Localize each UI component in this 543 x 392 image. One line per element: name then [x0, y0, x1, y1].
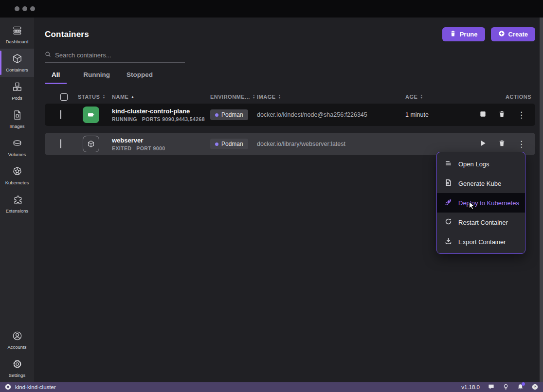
podman-dot-icon: [215, 143, 218, 146]
extensions-icon: [12, 194, 23, 206]
sidebar-label: Images: [9, 124, 24, 129]
images-icon: [12, 109, 23, 122]
logs-icon: [445, 160, 452, 168]
create-button[interactable]: Create: [491, 27, 535, 41]
delete-button[interactable]: [498, 110, 506, 120]
volumes-icon: [12, 138, 23, 150]
prune-button[interactable]: Prune: [442, 27, 485, 41]
row-checkbox[interactable]: [60, 110, 61, 119]
delete-button[interactable]: [498, 140, 506, 149]
sidebar-label: Extensions: [6, 208, 28, 214]
sidebar-label: Settings: [9, 373, 25, 378]
search-bar[interactable]: [45, 51, 185, 63]
cluster-icon: [5, 384, 11, 391]
statusbar: kind-kind-cluster v1.18.0 ?: [0, 382, 543, 392]
search-input[interactable]: [55, 52, 177, 59]
table-header: STATUS ▲▼ NAME ▲ ENVIRONME... ▲▼ IMAGE ▲…: [45, 90, 535, 104]
version-label: v1.18.0: [461, 384, 480, 390]
sidebar-item-settings[interactable]: Settings: [0, 354, 34, 382]
tab-bar: All Running Stopped: [45, 71, 535, 84]
more-actions-button[interactable]: ⋮: [517, 111, 525, 119]
sidebar-item-extensions[interactable]: Extensions: [0, 190, 34, 218]
tab-all[interactable]: All: [45, 71, 67, 84]
kubernetes-icon: [12, 166, 23, 178]
sort-icon: ▲▼: [278, 94, 281, 99]
help-icon[interactable]: ?: [532, 384, 538, 391]
menu-item-open-logs[interactable]: Open Logs: [437, 154, 525, 174]
container-state: EXITED: [112, 145, 131, 151]
environment-badge: Podman: [210, 109, 248, 120]
notifications-bell-icon[interactable]: [517, 384, 524, 391]
window-controls[interactable]: [15, 6, 35, 11]
container-context-menu: Open Logs Generate Kube Deploy to Kubern…: [436, 152, 525, 254]
trash-icon: [450, 30, 456, 38]
sidebar-label: Containers: [6, 67, 28, 72]
column-header-age[interactable]: AGE ▲▼: [405, 94, 473, 100]
row-checkbox[interactable]: [60, 139, 61, 148]
window-close-icon[interactable]: [15, 6, 19, 11]
menu-item-generate-kube[interactable]: Generate Kube: [437, 174, 525, 193]
container-status-running-icon: [83, 107, 99, 123]
kube-file-icon: [445, 179, 452, 188]
sidebar: Dashboard Containers Pods Images Volumes…: [0, 18, 34, 382]
container-name[interactable]: webserver: [112, 137, 210, 144]
environment-badge: Podman: [210, 139, 248, 149]
column-header-environment[interactable]: ENVIRONME... ▲▼: [210, 94, 257, 100]
container-state: RUNNING: [112, 116, 137, 122]
titlebar: [0, 0, 543, 18]
select-all-checkbox[interactable]: [60, 93, 68, 101]
notification-dot: [522, 382, 525, 386]
sidebar-item-containers[interactable]: Containers: [0, 49, 34, 77]
plus-circle-icon: [498, 30, 505, 38]
podman-dot-icon: [215, 113, 218, 117]
container-status-exited-icon: [83, 136, 99, 152]
column-header-actions: ACTIONS: [473, 94, 535, 100]
containers-icon: [12, 53, 23, 65]
kube-context-selector[interactable]: kind-kind-cluster: [5, 384, 56, 391]
window-zoom-icon[interactable]: [30, 6, 35, 11]
menu-item-deploy-to-kubernetes[interactable]: Deploy to Kubernetes: [437, 193, 525, 213]
lightbulb-icon[interactable]: [503, 384, 509, 391]
sidebar-item-accounts[interactable]: Accounts: [0, 326, 34, 354]
pods-icon: [12, 81, 23, 93]
sidebar-label: Volumes: [8, 152, 26, 157]
sort-icon: ▲▼: [253, 94, 255, 99]
sidebar-label: Accounts: [7, 344, 26, 350]
tab-stopped[interactable]: Stopped: [127, 71, 153, 84]
stop-button[interactable]: [479, 110, 487, 120]
menu-item-export-container[interactable]: Export Container: [437, 232, 525, 251]
sidebar-item-dashboard[interactable]: Dashboard: [0, 20, 34, 49]
start-button[interactable]: [479, 140, 487, 149]
sidebar-item-volumes[interactable]: Volumes: [0, 133, 34, 161]
scrollbar-track[interactable]: [540, 18, 543, 382]
tab-running[interactable]: Running: [83, 71, 110, 84]
dashboard-icon: [12, 25, 23, 37]
sort-icon: ▲▼: [102, 94, 105, 99]
column-header-status[interactable]: STATUS ▲▼: [78, 94, 112, 100]
sidebar-item-kubernetes[interactable]: Kubernetes: [0, 161, 34, 190]
mouse-cursor: [469, 201, 476, 213]
sort-icon: ▲▼: [420, 94, 423, 99]
sidebar-label: Kubernetes: [5, 180, 29, 185]
export-icon: [445, 237, 452, 246]
container-age: 1 minute: [405, 111, 473, 118]
container-ports: PORT 9000: [136, 145, 165, 151]
more-actions-button[interactable]: ⋮: [517, 141, 525, 148]
accounts-icon: [12, 330, 23, 342]
container-name[interactable]: kind-cluster-control-plane: [112, 107, 210, 115]
feedback-icon[interactable]: [488, 384, 494, 391]
table-row[interactable]: kind-cluster-control-plane RUNNING PORTS…: [45, 104, 535, 126]
sidebar-item-pods[interactable]: Pods: [0, 77, 34, 105]
rocket-icon: [445, 198, 452, 207]
container-image: docker.io/kindest/node@sha256:f226345: [257, 111, 405, 118]
sort-asc-icon: ▲: [130, 95, 134, 99]
sidebar-item-images[interactable]: Images: [0, 105, 34, 133]
menu-item-restart-container[interactable]: Restart Container: [437, 213, 525, 232]
settings-icon: [12, 358, 23, 371]
column-header-image[interactable]: IMAGE ▲▼: [257, 94, 405, 100]
column-header-name[interactable]: NAME ▲: [112, 94, 210, 100]
window-minimize-icon[interactable]: [22, 6, 27, 11]
page-title: Containers: [45, 30, 89, 39]
app-window: Dashboard Containers Pods Images Volumes…: [0, 0, 543, 392]
container-image: docker.io/library/webserver:latest: [257, 141, 405, 147]
